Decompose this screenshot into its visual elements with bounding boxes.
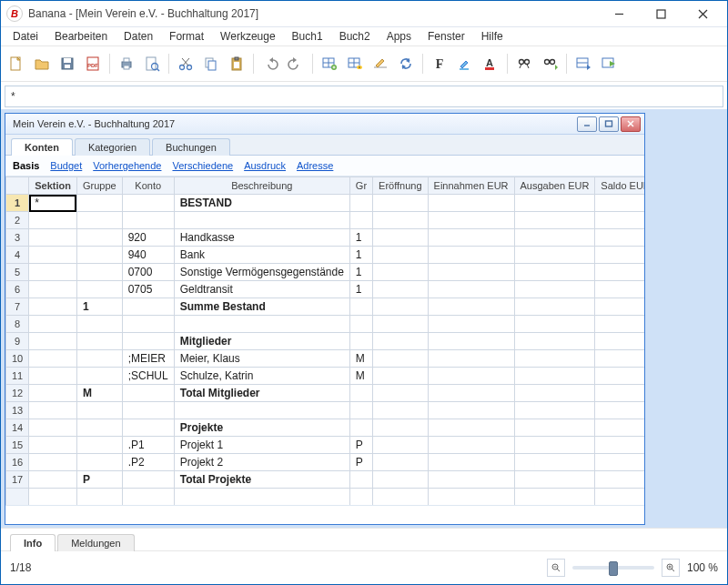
cell[interactable] xyxy=(428,195,514,212)
cell[interactable] xyxy=(595,471,644,489)
cell[interactable] xyxy=(514,454,595,471)
formula-bar[interactable]: * xyxy=(5,86,723,107)
col-header-gr[interactable]: Gr xyxy=(349,177,372,195)
cell[interactable] xyxy=(29,333,77,350)
cell[interactable] xyxy=(373,437,429,454)
cell[interactable]: Projekte xyxy=(174,419,349,437)
cell[interactable] xyxy=(595,368,644,385)
redo-icon[interactable] xyxy=(284,52,308,76)
cell[interactable]: 1 xyxy=(349,247,372,264)
cell[interactable] xyxy=(373,247,429,264)
cell[interactable]: Projekt 2 xyxy=(174,454,349,471)
table-row[interactable]: 71Summe Bestand xyxy=(6,298,645,316)
cell[interactable] xyxy=(373,419,429,437)
menu-hilfe[interactable]: Hilfe xyxy=(473,27,511,45)
cell[interactable]: 0700 xyxy=(122,264,174,281)
cell[interactable]: .P1 xyxy=(122,437,174,454)
cell[interactable]: 1 xyxy=(76,298,122,316)
find-icon[interactable] xyxy=(512,52,536,76)
cell[interactable] xyxy=(29,489,77,506)
cell[interactable]: Schulze, Katrin xyxy=(174,368,349,385)
subtab-vorhergehende[interactable]: Vorhergehende xyxy=(93,160,161,171)
minimize-button[interactable] xyxy=(598,1,640,26)
row-header[interactable]: 12 xyxy=(6,385,29,402)
cell[interactable] xyxy=(595,385,644,402)
col-header-einnahmen[interactable]: Einnahmen EUR xyxy=(428,177,514,195)
cell[interactable] xyxy=(29,229,77,247)
cell[interactable] xyxy=(373,195,429,212)
cell[interactable] xyxy=(373,385,429,402)
cell[interactable] xyxy=(29,471,77,489)
cell[interactable] xyxy=(428,385,514,402)
row-header[interactable]: 17 xyxy=(6,471,29,489)
table-row[interactable]: 4940Bank1 xyxy=(6,247,645,264)
menu-format[interactable]: Format xyxy=(161,27,212,45)
cell[interactable] xyxy=(428,402,514,419)
table-row[interactable]: 15.P1Projekt 1P xyxy=(6,437,645,454)
highlight-icon[interactable] xyxy=(453,52,477,76)
cell[interactable] xyxy=(595,419,644,437)
cell[interactable] xyxy=(514,333,595,350)
find-next-icon[interactable] xyxy=(538,52,561,76)
cell[interactable] xyxy=(29,385,77,402)
cell[interactable] xyxy=(595,437,644,454)
cell[interactable] xyxy=(595,264,644,281)
cut-icon[interactable] xyxy=(174,52,197,76)
cell[interactable] xyxy=(595,229,644,247)
cell[interactable] xyxy=(174,489,349,506)
cell[interactable] xyxy=(122,333,174,350)
cell[interactable] xyxy=(595,489,644,506)
cell[interactable] xyxy=(76,212,122,229)
cell[interactable] xyxy=(174,212,349,229)
cell[interactable] xyxy=(428,229,514,247)
cell[interactable]: ;SCHUL xyxy=(122,368,174,385)
cell[interactable] xyxy=(514,264,595,281)
cell[interactable] xyxy=(76,489,122,506)
row-header[interactable] xyxy=(6,489,29,506)
cell[interactable]: 1 xyxy=(349,281,372,298)
cell[interactable] xyxy=(428,298,514,316)
edit-icon[interactable] xyxy=(369,52,392,76)
inner-minimize-button[interactable] xyxy=(577,116,597,132)
cell[interactable] xyxy=(76,229,122,247)
cell[interactable] xyxy=(76,281,122,298)
cell[interactable] xyxy=(349,419,372,437)
cell[interactable] xyxy=(595,316,644,333)
cell[interactable] xyxy=(122,316,174,333)
row-header[interactable]: 6 xyxy=(6,281,29,298)
table-row[interactable] xyxy=(6,489,645,506)
cell[interactable]: M xyxy=(349,350,372,368)
row-header[interactable]: 15 xyxy=(6,437,29,454)
menu-buch2[interactable]: Buch2 xyxy=(331,27,379,45)
cell[interactable] xyxy=(514,316,595,333)
cell[interactable]: Summe Bestand xyxy=(174,298,349,316)
cell[interactable] xyxy=(76,402,122,419)
cell[interactable]: Geldtransit xyxy=(174,281,349,298)
cell[interactable]: 920 xyxy=(122,229,174,247)
table-row[interactable]: 17PTotal Projekte xyxy=(6,471,645,489)
cell[interactable]: M xyxy=(76,385,122,402)
cell[interactable] xyxy=(428,419,514,437)
cell[interactable] xyxy=(349,298,372,316)
cell[interactable] xyxy=(76,247,122,264)
table-row[interactable]: 13 xyxy=(6,402,645,419)
cell[interactable]: ;MEIER xyxy=(122,350,174,368)
cell[interactable] xyxy=(373,229,429,247)
col-header-saldo[interactable]: Saldo EUR xyxy=(595,177,644,195)
col-header-eroeffnung[interactable]: Eröffnung xyxy=(373,177,429,195)
export-icon[interactable] xyxy=(597,52,621,76)
cell[interactable] xyxy=(373,298,429,316)
cell[interactable] xyxy=(373,350,429,368)
cell[interactable] xyxy=(76,316,122,333)
cell[interactable]: 0705 xyxy=(122,281,174,298)
print-icon[interactable] xyxy=(115,52,138,76)
cell[interactable] xyxy=(373,281,429,298)
cell[interactable]: 940 xyxy=(122,247,174,264)
table-row[interactable]: 11;SCHULSchulze, KatrinM xyxy=(6,368,645,385)
col-header-ausgaben[interactable]: Ausgaben EUR xyxy=(514,177,595,195)
cell[interactable] xyxy=(514,385,595,402)
cell[interactable] xyxy=(514,212,595,229)
cell[interactable] xyxy=(514,489,595,506)
cell[interactable] xyxy=(595,333,644,350)
cell[interactable] xyxy=(373,454,429,471)
